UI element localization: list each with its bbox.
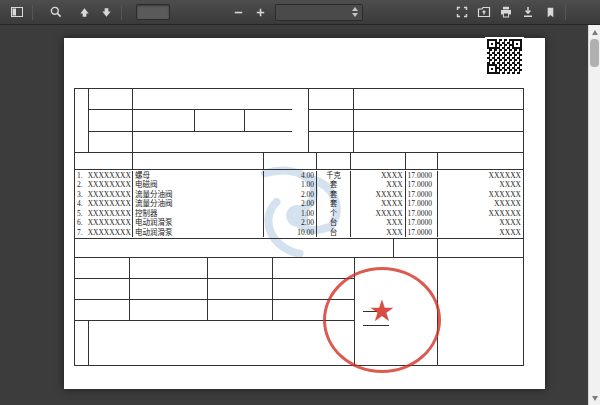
goods-row: 6.XXXXXXXX电动润滑泵2.00台XXX17.0000XXXX — [75, 218, 523, 227]
goods-cell-unit: 个 — [317, 209, 351, 218]
goods-cell-tax: XXXX — [438, 180, 523, 189]
sidebar-icon — [10, 5, 24, 19]
document-title — [64, 45, 524, 62]
search-icon — [49, 5, 63, 19]
column-header — [406, 153, 439, 169]
goods-cell-rate: 17.0000 — [406, 180, 439, 189]
folder-open-icon — [477, 5, 491, 19]
goods-cell-rate: 17.0000 — [406, 228, 439, 237]
field-value — [273, 279, 354, 299]
pdf-page: 1.XXXXXXXX螺母4.00千克XXXX17.0000XXXXXX2.XXX… — [64, 38, 545, 389]
toolbar-right-group — [451, 3, 600, 22]
zoom-in-button[interactable] — [249, 3, 271, 22]
goods-row: 7.XXXXXXXX电动润滑泵10.00台XXX17.0000XXXX — [75, 228, 523, 237]
amount-in-words-row — [75, 239, 523, 258]
find-button[interactable] — [45, 3, 67, 22]
field-value — [130, 258, 208, 278]
goods-cell-qty: 4.00 — [264, 171, 317, 180]
field-value — [133, 89, 292, 109]
goods-cell-taxno: 5.XXXXXXXX — [75, 209, 133, 218]
goods-cell-qty: 1.00 — [264, 180, 317, 189]
zoom-out-button[interactable] — [227, 3, 249, 22]
scroll-down-arrow-icon[interactable] — [589, 393, 600, 403]
column-header — [75, 153, 133, 169]
goods-cell-tax: XXXXX — [438, 199, 523, 208]
scroll-up-arrow-icon[interactable] — [589, 27, 600, 37]
arrow-down-icon — [100, 6, 113, 19]
column-header — [438, 153, 523, 169]
more-tools-button[interactable] — [570, 3, 592, 22]
presentation-mode-button[interactable] — [451, 3, 473, 22]
amount-words — [75, 239, 394, 257]
column-header — [264, 153, 317, 169]
goods-cell-unit: 套 — [317, 199, 351, 208]
field-label — [89, 132, 133, 152]
field-label — [309, 132, 354, 152]
open-file-button[interactable] — [473, 3, 495, 22]
next-page-button[interactable] — [95, 3, 117, 22]
print-button[interactable] — [495, 3, 517, 22]
bookmark-icon — [544, 6, 557, 19]
zoom-scale-select[interactable] — [275, 4, 363, 21]
previous-page-button[interactable] — [73, 3, 95, 22]
form-table: 1.XXXXXXXX螺母4.00千克XXXX17.0000XXXXXX2.XXX… — [74, 88, 524, 366]
payer-side-label — [292, 89, 309, 152]
scrollbar-thumb[interactable] — [590, 39, 599, 67]
spinner-arrows-icon — [352, 7, 358, 17]
goods-cell-taxno: 2.XXXXXXXX — [75, 180, 133, 189]
goods-cell-price: XXX — [351, 180, 406, 189]
goods-cell-price: XXXX — [351, 199, 406, 208]
goods-cell-tax: XXXXXX — [438, 190, 523, 199]
column-header — [351, 153, 406, 169]
goods-cell-qty: 2.00 — [264, 199, 317, 208]
receiving-bank-box — [438, 258, 523, 365]
goods-cell-name: 控制器 — [133, 209, 264, 218]
goods-cell-name: 螺母 — [133, 171, 264, 180]
goods-row: 5.XXXXXXXX控制器1.00个XXXXX17.0000XXXXXX — [75, 209, 523, 218]
total-label — [394, 239, 439, 257]
column-header — [133, 153, 264, 169]
bookmark-button[interactable] — [539, 3, 561, 22]
goods-cell-price: XXXXX — [351, 190, 406, 199]
goods-cell-taxno: 7.XXXXXXXX — [75, 228, 133, 237]
section-details — [75, 258, 523, 365]
goods-cell-name: 电磁阀 — [133, 180, 264, 189]
goods-row: 1.XXXXXXXX螺母4.00千克XXXX17.0000XXXXXX — [75, 171, 523, 180]
field-label — [195, 110, 245, 130]
field-label — [208, 258, 273, 278]
field-label — [89, 110, 133, 130]
goods-cell-taxno: 1.XXXXXXXX — [75, 171, 133, 180]
goods-cell-name: 流量分油阀 — [133, 190, 264, 199]
qr-code — [487, 39, 522, 74]
download-button[interactable] — [517, 3, 539, 22]
field-value — [273, 258, 354, 278]
page-number-input[interactable] — [136, 4, 170, 20]
goods-cell-unit: 套 — [317, 190, 351, 199]
vertical-scrollbar[interactable] — [588, 25, 600, 405]
remarks-side-label — [75, 321, 89, 365]
goods-table-header — [75, 153, 523, 170]
goods-cell-qty: 2.00 — [264, 190, 317, 199]
goods-row: 2.XXXXXXXX电磁阀1.00套XXX17.0000XXXX — [75, 180, 523, 189]
field-value — [354, 89, 523, 109]
goods-cell-name: 流量分油阀 — [133, 199, 264, 208]
field-value — [133, 110, 195, 130]
pdf-viewer-canvas[interactable]: 1.XXXXXXXX螺母4.00千克XXXX17.0000XXXXXX2.XXX… — [0, 25, 588, 405]
goods-cell-rate: 17.0000 — [406, 209, 439, 218]
field-label — [208, 279, 273, 299]
field-value — [354, 132, 523, 152]
field-value — [354, 110, 523, 130]
field-value — [130, 300, 208, 320]
goods-cell-rate: 17.0000 — [406, 190, 439, 199]
goods-row: 4.XXXXXXXX流量分油阀2.00套XXXX17.0000XXXXX — [75, 199, 523, 208]
remarks-body — [89, 321, 354, 365]
goods-cell-rate: 17.0000 — [406, 218, 439, 227]
goods-cell-qty: 10.00 — [264, 228, 317, 237]
goods-rows: 1.XXXXXXXX螺母4.00千克XXXX17.0000XXXXXX2.XXX… — [75, 170, 523, 239]
field-label — [208, 300, 273, 320]
plus-icon — [254, 6, 267, 19]
goods-cell-price: XXX — [351, 228, 406, 237]
checker-field — [363, 324, 389, 326]
sidebar-toggle-button[interactable] — [6, 3, 28, 22]
goods-row: 3.XXXXXXXX流量分油阀2.00套XXXXX17.0000XXXXXX — [75, 190, 523, 199]
